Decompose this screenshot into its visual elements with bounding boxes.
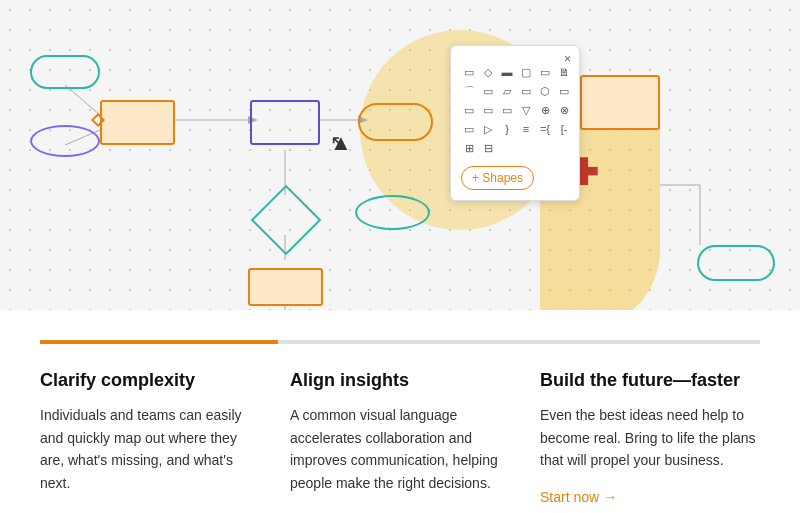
icon-shape5a[interactable]: ⊞ (461, 140, 477, 156)
icon-rounded-rect[interactable]: ▢ (518, 64, 534, 80)
shape-teal-pill-top (30, 55, 100, 89)
icon-diamond[interactable]: ◇ (480, 64, 496, 80)
build-link-label: Start now (540, 489, 599, 505)
shape-large-orange-rect (580, 75, 660, 130)
three-columns: Clarify complexity Individuals and teams… (40, 369, 760, 513)
icon-shape3e[interactable]: ⊕ (537, 102, 553, 118)
icon-shape4b[interactable]: ▷ (480, 121, 496, 137)
shape-blue-rect (250, 100, 320, 145)
shape-orange-pill (358, 103, 433, 141)
shape-teal-diamond (261, 195, 311, 245)
icon-shape2d[interactable]: ▭ (518, 83, 534, 99)
column-align: Align insights A common visual language … (290, 369, 510, 513)
panel-close-button[interactable]: × (564, 52, 571, 66)
svg-line-0 (65, 85, 100, 115)
build-body: Even the best ideas need help to become … (540, 404, 760, 471)
column-clarify: Clarify complexity Individuals and teams… (40, 369, 260, 513)
icon-rect[interactable]: ▬ (499, 64, 515, 80)
icon-shape3d[interactable]: ▽ (518, 102, 534, 118)
content-section: Clarify complexity Individuals and teams… (0, 310, 800, 513)
icon-shape4a[interactable]: ▭ (461, 121, 477, 137)
connector-lines (0, 0, 800, 310)
shape-selection-panel[interactable]: × ▭ ◇ ▬ ▢ ▭ 🗎 ⌒ ▭ ▱ ▭ ⬡ ▭ ▭ ▭ ▭ ▽ ⊕ ⊗ ▭ … (450, 45, 580, 201)
shape-purple-oval (30, 125, 100, 157)
progress-empty (278, 340, 760, 344)
build-link-arrow: → (603, 489, 617, 505)
icon-shape4e[interactable]: ={ (537, 121, 553, 137)
shape-icons-grid: ▭ ◇ ▬ ▢ ▭ 🗎 ⌒ ▭ ▱ ▭ ⬡ ▭ ▭ ▭ ▭ ▽ ⊕ ⊗ ▭ ▷ … (461, 64, 569, 156)
icon-shape2e[interactable]: ⬡ (537, 83, 553, 99)
align-heading: Align insights (290, 369, 510, 392)
cursor-arrow: ▲ (330, 130, 352, 156)
shapes-button[interactable]: + Shapes (461, 166, 534, 190)
icon-shape4c[interactable]: } (499, 121, 515, 137)
shape-teal-oval (355, 195, 430, 230)
build-link[interactable]: Start now → (540, 489, 617, 505)
icon-shape2a[interactable]: ⌒ (461, 83, 477, 99)
shape-orange-rect-bottom (248, 268, 323, 306)
align-body: A common visual language accelerates col… (290, 404, 510, 494)
diagram-area: ▲ ↖ ✚ × ▭ ◇ ▬ ▢ ▭ 🗎 ⌒ ▭ ▱ ▭ ⬡ ▭ ▭ ▭ ▭ ▽ (0, 0, 800, 310)
column-build: Build the future—faster Even the best id… (540, 369, 760, 513)
progress-filled (40, 340, 278, 344)
icon-square[interactable]: ▭ (461, 64, 477, 80)
progress-bar (40, 340, 760, 344)
icon-shape4d[interactable]: ≡ (518, 121, 534, 137)
icon-shape2c[interactable]: ▱ (499, 83, 515, 99)
icon-shape3b[interactable]: ▭ (480, 102, 496, 118)
icon-shape3a[interactable]: ▭ (461, 102, 477, 118)
icon-shape2f[interactable]: ▭ (556, 83, 572, 99)
shape-teal-pill-right (697, 245, 775, 281)
shape-orange-rect (100, 100, 175, 145)
clarify-body: Individuals and teams can easily and qui… (40, 404, 260, 494)
icon-shape5b[interactable]: ⊟ (480, 140, 496, 156)
icon-shape3c[interactable]: ▭ (499, 102, 515, 118)
clarify-heading: Clarify complexity (40, 369, 260, 392)
build-heading: Build the future—faster (540, 369, 760, 392)
icon-cylinder[interactable]: ▭ (537, 64, 553, 80)
icon-shape3f[interactable]: ⊗ (556, 102, 572, 118)
icon-doc[interactable]: 🗎 (556, 64, 572, 80)
icon-shape4f[interactable]: [- (556, 121, 572, 137)
icon-shape2b[interactable]: ▭ (480, 83, 496, 99)
